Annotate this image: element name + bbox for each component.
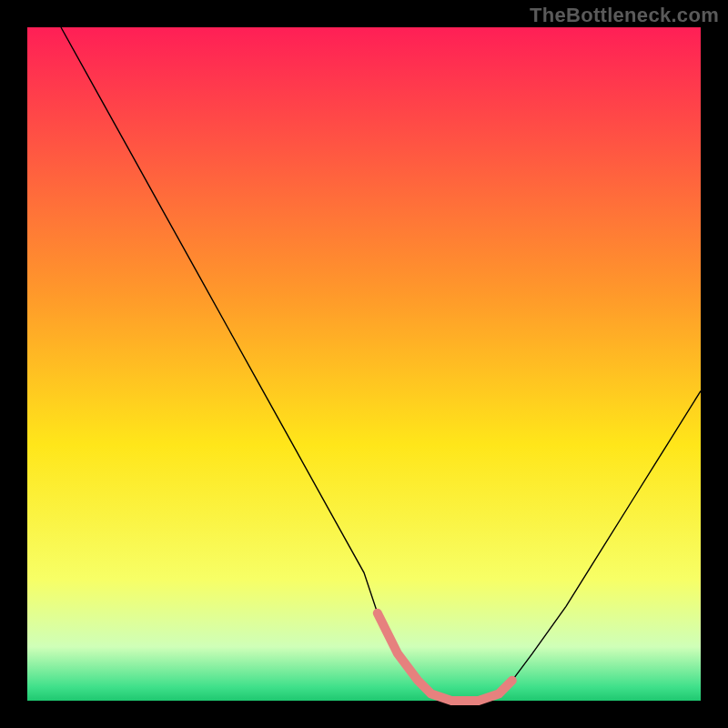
chart-svg [0, 0, 728, 728]
chart-frame: TheBottleneck.com [0, 0, 728, 728]
watermark-text: TheBottleneck.com [530, 4, 719, 27]
plot-background [27, 27, 701, 701]
